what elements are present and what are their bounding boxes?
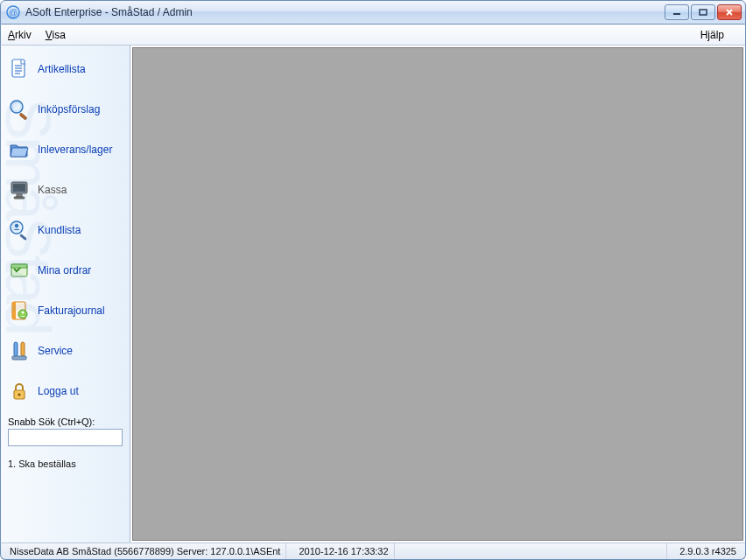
status-datetime: 2010-12-16 17:33:32 <box>293 543 394 559</box>
status-company-server: NisseData AB SmåStad (5566778899) Server… <box>4 543 286 559</box>
sidebar-note: 1. Ska beställas <box>1 450 130 478</box>
sidebar-item-fakturajournal[interactable]: Fakturajournal <box>1 290 130 331</box>
svg-rect-2 <box>673 13 680 15</box>
sidebar-item-label: Inleverans/lager <box>38 144 112 156</box>
sidebar-item-kundlista[interactable]: Kundlista <box>1 210 130 250</box>
window-title: ASoft Enterprise - SmåStad / Admin <box>25 6 665 18</box>
sidebar-item-logga-ut[interactable]: Logga ut <box>1 371 130 411</box>
minimize-button[interactable] <box>665 4 689 20</box>
svg-rect-15 <box>14 197 25 199</box>
status-version: 2.9.0.3 r4325 <box>674 543 742 559</box>
sidebar-item-label: Fakturajournal <box>38 304 105 317</box>
sidebar-item-label: Inköpsförslag <box>38 103 100 116</box>
sidebar-item-inkopsforslag[interactable]: Inköpsförslag <box>1 89 130 130</box>
sidebar-item-label: Artikellista <box>38 63 86 75</box>
sidebar-item-label: Kundlista <box>38 224 81 236</box>
menubar: Arkiv Visa Hjälp <box>0 24 746 46</box>
orders-icon <box>6 257 32 284</box>
window-controls <box>665 4 742 20</box>
maximize-button[interactable] <box>691 4 715 20</box>
menu-visa-rest: isa <box>52 29 65 41</box>
svg-point-24 <box>21 311 24 313</box>
monitor-icon <box>6 177 32 203</box>
document-list-icon <box>6 56 32 82</box>
svg-rect-26 <box>21 342 25 356</box>
quick-search-block: Snabb Sök (Ctrl+Q): <box>1 411 130 450</box>
mdi-canvas <box>132 47 743 541</box>
sidebar-item-kassa[interactable]: Kassa <box>1 170 130 210</box>
menu-arkiv-rest: rkiv <box>15 29 32 41</box>
svg-rect-20 <box>11 264 27 268</box>
wrench-icon <box>6 338 32 364</box>
svg-rect-25 <box>14 342 18 356</box>
invoice-journal-icon <box>6 298 32 324</box>
svg-rect-3 <box>700 10 707 15</box>
sidebar-item-label: Logga ut <box>38 385 79 397</box>
lock-icon <box>6 378 32 404</box>
svg-rect-11 <box>19 113 27 120</box>
titlebar: @ ASoft Enterprise - SmåStad / Admin <box>0 0 746 24</box>
menu-visa[interactable]: Visa <box>46 29 66 41</box>
nav-list: Artikellista Inköpsförslag <box>1 49 130 411</box>
sidebar-item-mina-ordrar[interactable]: Mina ordrar <box>1 250 130 290</box>
menu-arkiv[interactable]: Arkiv <box>8 29 32 41</box>
quick-search-input[interactable] <box>8 429 123 446</box>
close-button[interactable] <box>717 4 742 20</box>
sidebar-item-label: Mina ordrar <box>38 264 91 276</box>
sidebar-item-inleverans-lager[interactable]: Inleverans/lager <box>1 130 130 170</box>
svg-point-10 <box>13 103 20 110</box>
svg-point-29 <box>18 393 20 396</box>
svg-rect-18 <box>19 234 27 241</box>
svg-point-17 <box>15 224 18 228</box>
folder-open-icon <box>6 136 32 163</box>
svg-rect-22 <box>12 302 16 319</box>
sidebar: Artikellista Inköpsförslag <box>1 46 130 542</box>
sidebar-item-artikellista[interactable]: Artikellista <box>1 49 130 89</box>
sidebar-item-service[interactable]: Service <box>1 331 130 371</box>
magnifier-icon <box>6 96 32 122</box>
svg-text:@: @ <box>9 8 18 18</box>
app-icon: @ <box>6 5 20 19</box>
quick-search-label: Snabb Sök (Ctrl+Q): <box>8 416 123 427</box>
statusbar: NisseData AB SmåStad (5566778899) Server… <box>0 542 746 560</box>
sidebar-item-label: Kassa <box>38 184 67 196</box>
svg-rect-27 <box>12 356 26 360</box>
search-person-icon <box>6 217 32 243</box>
main-area: Artikellista Inköpsförslag <box>0 46 746 542</box>
sidebar-item-label: Service <box>38 345 73 357</box>
menu-hjalp[interactable]: Hjälp <box>700 29 724 41</box>
svg-rect-13 <box>13 184 25 192</box>
